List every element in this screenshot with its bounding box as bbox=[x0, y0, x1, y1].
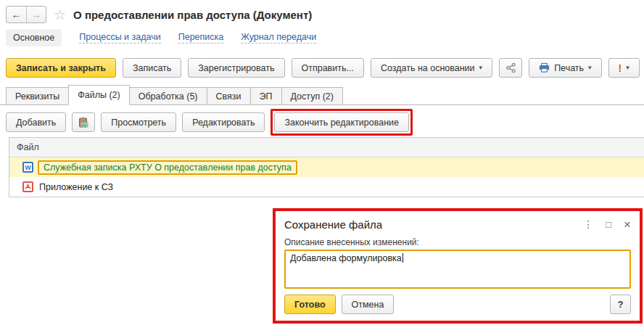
table-row-attachment[interactable]: Приложение к СЗ bbox=[9, 177, 644, 197]
close-icon[interactable]: × bbox=[624, 218, 631, 231]
nav-tab-correspondence[interactable]: Переписка bbox=[178, 32, 224, 44]
app-window: ← → ☆ О предоставлении прав доступа (Док… bbox=[0, 0, 644, 325]
back-button[interactable]: ← bbox=[7, 7, 26, 22]
paste-scan-button[interactable] bbox=[72, 112, 95, 132]
dialog-title: Сохранение файла bbox=[284, 218, 583, 231]
favorite-star-icon[interactable]: ☆ bbox=[54, 8, 66, 22]
description-input[interactable]: Добавлена формулировка bbox=[284, 250, 631, 289]
maximize-icon[interactable]: □ bbox=[606, 220, 611, 229]
forward-arrow-icon: → bbox=[31, 9, 41, 20]
file-name: Приложение к СЗ bbox=[39, 182, 113, 192]
annotation-highlight-finish-editing: Закончить редактирование bbox=[271, 109, 413, 136]
tab-files[interactable]: Файлы (2) bbox=[68, 85, 129, 105]
create-based-on-label: Создать на основании bbox=[381, 63, 475, 73]
importance-button[interactable]: ! ▾ bbox=[608, 58, 640, 78]
edit-file-button[interactable]: Редактировать bbox=[182, 112, 265, 132]
column-header-file: Файл bbox=[17, 142, 39, 152]
help-button[interactable]: ? bbox=[610, 295, 631, 314]
nav-link-tabs: Основное Процессы и задачи Переписка Жур… bbox=[6, 29, 316, 46]
nav-tab-transfer-log[interactable]: Журнал передачи bbox=[241, 32, 316, 44]
add-file-button[interactable]: Добавить bbox=[6, 112, 66, 132]
printer-icon bbox=[539, 62, 550, 73]
dialog-titlebar: Сохранение файла ⋮ □ × bbox=[284, 216, 631, 232]
print-label: Печать bbox=[554, 63, 584, 73]
register-button[interactable]: Зарегистрировать bbox=[188, 58, 284, 78]
print-button[interactable]: Печать ▾ bbox=[529, 58, 601, 78]
tab-ep[interactable]: ЭП bbox=[250, 87, 282, 105]
chevron-down-icon: ▾ bbox=[626, 65, 629, 71]
cancel-button[interactable]: Отмена bbox=[342, 295, 395, 314]
page-title: О предоставлении прав доступа (Документ) bbox=[73, 9, 312, 21]
header: ← → ☆ О предоставлении прав доступа (Док… bbox=[6, 4, 638, 25]
tab-svyazi[interactable]: Связи bbox=[207, 87, 251, 105]
description-label: Описание внесенных изменений: bbox=[284, 237, 631, 247]
dialog-buttons: Готово Отмена ? bbox=[284, 295, 631, 314]
nav-history-group: ← → bbox=[6, 6, 46, 23]
chevron-down-icon: ▾ bbox=[588, 65, 592, 71]
save-file-dialog: Сохранение файла ⋮ □ × Описание внесенны… bbox=[273, 208, 643, 324]
description-value: Добавлена формулировка bbox=[290, 253, 402, 263]
send-button[interactable]: Отправить... bbox=[292, 58, 364, 78]
clipboard-image-icon bbox=[78, 117, 89, 128]
files-table: Файл W Служебная записка РХТУ О предоста… bbox=[9, 137, 644, 197]
done-button[interactable]: Готово bbox=[284, 295, 336, 314]
tab-strip: Реквизиты Файлы (2) Обработка (5) Связи … bbox=[0, 85, 644, 105]
files-table-header[interactable]: Файл bbox=[9, 138, 644, 157]
share-button[interactable] bbox=[499, 58, 522, 78]
share-icon bbox=[505, 62, 516, 73]
pdf-file-icon bbox=[22, 181, 33, 192]
tab-obrabotka[interactable]: Обработка (5) bbox=[129, 87, 207, 105]
table-row-memo[interactable]: W Служебная записка РХТУ О предоставлени… bbox=[9, 157, 644, 177]
view-file-button[interactable]: Просмотреть bbox=[101, 112, 176, 132]
back-arrow-icon: ← bbox=[12, 9, 22, 20]
save-button[interactable]: Записать bbox=[123, 58, 181, 78]
word-file-icon: W bbox=[22, 162, 33, 173]
save-and-close-button[interactable]: Записать и закрыть bbox=[6, 58, 116, 78]
tab-dostup[interactable]: Доступ (2) bbox=[281, 87, 343, 105]
file-name: Служебная записка РХТУ О предоставлении … bbox=[38, 160, 297, 175]
tab-rekvizity[interactable]: Реквизиты bbox=[6, 87, 69, 105]
nav-tab-processes[interactable]: Процессы и задачи bbox=[79, 32, 160, 44]
command-bar: Записать и закрыть Записать Зарегистриро… bbox=[6, 58, 640, 78]
dialog-window-controls: ⋮ □ × bbox=[583, 218, 631, 231]
chevron-down-icon: ▾ bbox=[479, 65, 483, 71]
nav-tab-main[interactable]: Основное bbox=[6, 29, 62, 46]
forward-button[interactable]: → bbox=[26, 7, 46, 22]
exclamation-icon: ! bbox=[619, 63, 622, 73]
finish-editing-button[interactable]: Закончить редактирование bbox=[274, 112, 409, 132]
text-cursor bbox=[402, 253, 403, 263]
files-toolbar: Добавить Просмотреть Редактировать Закон… bbox=[6, 109, 413, 136]
create-based-on-button[interactable]: Создать на основании ▾ bbox=[371, 58, 492, 78]
more-menu-icon[interactable]: ⋮ bbox=[583, 219, 593, 229]
